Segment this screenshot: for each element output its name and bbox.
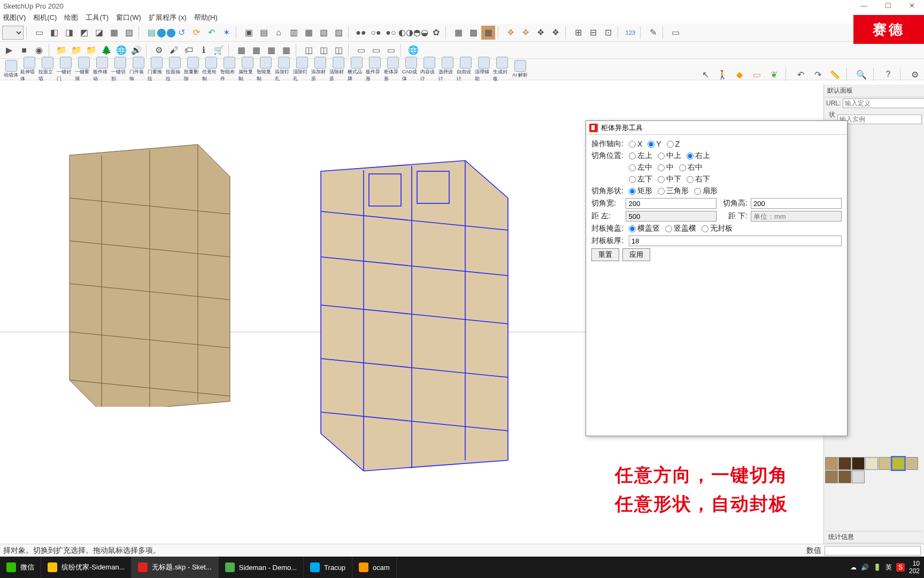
stack2-icon[interactable]: ❖ (519, 26, 533, 40)
labeled-tool-16[interactable]: 清除灯孔 (293, 57, 311, 82)
star-icon[interactable]: ✶ (219, 26, 233, 40)
labeled-tool-11[interactable]: 任意绘制 (202, 57, 220, 82)
menu-window[interactable]: 窗口(W) (113, 13, 144, 22)
cover-hv-radio[interactable]: 横盖竖 (629, 224, 660, 233)
cube2-icon[interactable]: ◧ (47, 26, 61, 40)
task-wechat[interactable]: 微信 (0, 557, 41, 578)
shelf-model-2-selected[interactable] (305, 150, 529, 482)
pos-br-radio[interactable]: 右下 (687, 174, 710, 184)
bottom-input[interactable] (751, 211, 842, 222)
diamond-icon[interactable]: ◆ (733, 67, 746, 81)
clover-icon[interactable]: ✿ (429, 26, 443, 40)
shape-tri-radio[interactable]: 三角形 (658, 186, 689, 196)
g2-icon[interactable]: ▦ (249, 43, 263, 57)
taskbar[interactable]: 微信 缤纷优家-Sideman... 无标题.skp - Sket... Sid… (0, 557, 924, 578)
apply-button[interactable]: 应用 (622, 248, 650, 261)
shape-rect-radio[interactable]: 矩形 (629, 186, 652, 196)
arrow-icon[interactable]: ↖ (698, 67, 712, 81)
shape-arc-radio[interactable]: 扇形 (694, 186, 718, 196)
stack4-icon[interactable]: ❖ (549, 26, 563, 40)
grid2-icon[interactable]: ▩ (466, 26, 480, 40)
cube-icon[interactable]: ▭ (32, 26, 46, 40)
stack3-icon[interactable]: ❖ (534, 26, 548, 40)
axis-y-radio[interactable]: Y (648, 140, 661, 148)
menu-help[interactable]: 帮助(H) (191, 13, 220, 22)
p1-icon[interactable]: ◫ (302, 43, 315, 57)
cover-vh-radio[interactable]: 竖盖横 (665, 224, 696, 233)
dots5-icon[interactable]: ◓◒ (414, 26, 428, 40)
d2-icon[interactable]: ▭ (369, 43, 383, 57)
cube7-icon[interactable]: ▧ (122, 26, 136, 40)
box5-icon[interactable]: ▧ (317, 26, 330, 40)
height-input[interactable] (751, 198, 842, 209)
swatch[interactable] (825, 470, 838, 483)
task-sketchup[interactable]: 无标题.skp - Sket... (132, 557, 218, 578)
photo-icon[interactable]: ◉ (32, 43, 46, 57)
cube5-icon[interactable]: ◪ (92, 26, 106, 40)
film-icon[interactable]: ▭ (668, 26, 682, 40)
tree-icon[interactable]: 🌲 (99, 43, 113, 57)
labeled-tool-5[interactable]: 板件移动 (93, 57, 111, 82)
cover-none-radio[interactable]: 无封板 (702, 224, 733, 233)
help-icon[interactable]: ? (881, 67, 895, 81)
swatch[interactable] (838, 457, 851, 470)
swatch[interactable] (838, 470, 851, 483)
info-icon[interactable]: ℹ (197, 43, 211, 57)
frame-icon[interactable]: ▭ (750, 67, 764, 81)
dots2-icon[interactable]: ○● (369, 26, 383, 40)
menu-draw[interactable]: 绘图 (61, 13, 81, 22)
globe-icon[interactable]: 🌐 (114, 43, 128, 57)
cam-icon[interactable]: ▶ (2, 43, 16, 57)
state-input[interactable] (837, 115, 922, 124)
refresh-icon[interactable]: ⟳ (189, 26, 203, 40)
box4-icon[interactable]: ▦ (302, 26, 315, 40)
stack1-icon[interactable]: ❖ (504, 26, 518, 40)
labeled-tool-20[interactable]: 板件异形 (366, 57, 383, 82)
pos-tl-radio[interactable]: 左上 (629, 151, 652, 161)
labeled-tool-21[interactable]: 柜体异形 (384, 57, 402, 82)
dialog-titlebar[interactable]: 柜体异形工具 (586, 121, 847, 135)
labeled-tool-26[interactable]: 清理辅助 (475, 57, 492, 82)
toggle-icon[interactable]: ⬤⬤ (159, 26, 173, 40)
grid3-icon[interactable]: ▦ (481, 26, 495, 40)
gear-icon[interactable]: ⚙ (908, 67, 922, 81)
pencil-icon[interactable]: ✎ (646, 26, 660, 40)
labeled-tool-0[interactable]: 动墙体 (2, 60, 20, 79)
swatch[interactable] (865, 457, 878, 470)
labeled-tool-17[interactable]: 添加材质 (311, 57, 329, 82)
search-icon[interactable]: 🔍 (854, 67, 868, 81)
tag-icon[interactable]: 🏷 (182, 43, 196, 57)
home-icon[interactable]: ⌂ (272, 26, 286, 40)
axis-x-radio[interactable]: X (629, 140, 642, 148)
person-icon[interactable]: 🚶 (715, 67, 729, 81)
labeled-tool-15[interactable]: 添加灯孔 (275, 57, 292, 82)
task-tracup[interactable]: Tracup (304, 557, 352, 578)
labeled-tool-22[interactable]: CAD成体 (402, 57, 420, 82)
labeled-tool-18[interactable]: 清除材质 (329, 57, 347, 82)
pos-bc-radio[interactable]: 中下 (658, 174, 681, 184)
thick-input[interactable] (629, 235, 842, 246)
g1-icon[interactable]: ▦ (234, 43, 248, 57)
menu-extensions[interactable]: 扩展程序 (x) (146, 13, 189, 22)
p2-icon[interactable]: ◫ (317, 43, 330, 57)
pos-tc-radio[interactable]: 中上 (658, 151, 681, 161)
pos-mc-radio[interactable]: 中 (658, 163, 674, 172)
pos-mr-radio[interactable]: 右中 (679, 163, 703, 172)
p3-icon[interactable]: ◫ (332, 43, 345, 57)
cube6-icon[interactable]: ▦ (107, 26, 121, 40)
swatch[interactable] (905, 457, 918, 470)
minimize-button[interactable]: — (852, 0, 876, 12)
folder3-icon[interactable]: 📁 (84, 43, 98, 57)
g3-icon[interactable]: ▦ (264, 43, 278, 57)
labeled-tool-19[interactable]: 横式品牌 (348, 57, 365, 82)
close-button[interactable]: ✕ (900, 0, 924, 12)
labeled-tool-28[interactable]: AI 解析 (511, 60, 529, 79)
swatch-selected[interactable] (892, 457, 905, 470)
d3-icon[interactable]: ▭ (384, 43, 398, 57)
layer-select[interactable] (2, 26, 24, 40)
labeled-tool-9[interactable]: 拉面抽拉 (166, 57, 183, 82)
pos-ml-radio[interactable]: 左中 (629, 163, 652, 172)
menu-view[interactable]: 视图(V) (0, 13, 28, 22)
axis-z-radio[interactable]: Z (667, 140, 680, 148)
menu-tools[interactable]: 工具(T) (83, 13, 111, 22)
